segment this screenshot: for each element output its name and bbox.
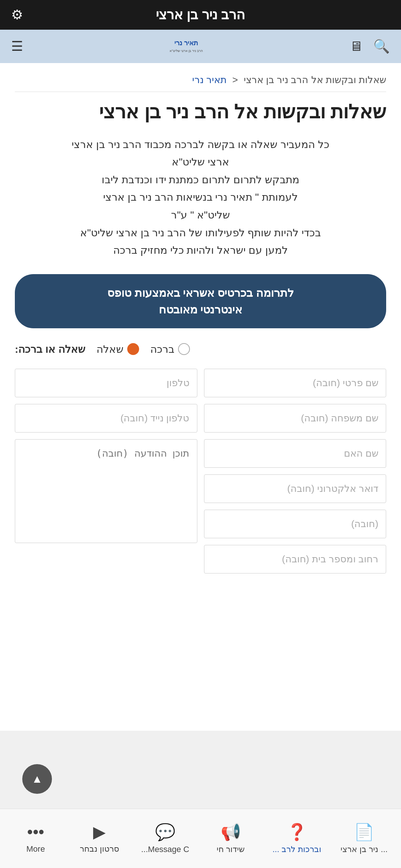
nav-left-icons: 🔍 🖥 bbox=[349, 39, 390, 54]
bottom-nav-live-label: שידור חי bbox=[217, 845, 245, 854]
nav-bar: 🔍 🖥 תאיר נרי הרב ניר בן ארצי שליט"א ☰ bbox=[0, 30, 401, 63]
bottom-nav-item-blessings[interactable]: ❓ וברכות לרב ... bbox=[272, 822, 321, 854]
bottom-nav-item-live[interactable]: 📢 שידור חי bbox=[208, 822, 253, 854]
bottom-nav-more-label: More bbox=[26, 844, 45, 854]
page-title: שאלות ובקשות אל הרב ניר בן ארצי bbox=[15, 99, 386, 125]
bottom-nav-video-label: סרטון נבחר bbox=[80, 844, 119, 854]
svg-text:תאיר נרי: תאיר נרי bbox=[174, 39, 198, 47]
phone-input[interactable] bbox=[15, 369, 197, 397]
nav-logo: תאיר נרי הרב ניר בן ארצי שליט"א bbox=[164, 37, 208, 56]
app-title: הרב ניר בן ארצי bbox=[156, 7, 245, 23]
first-name-input[interactable] bbox=[204, 369, 387, 397]
gear-icon[interactable]: ⚙ bbox=[11, 7, 23, 23]
radio-shaala-circle[interactable] bbox=[127, 343, 139, 355]
bottom-nav-more-icon: ••• bbox=[27, 823, 44, 841]
description-text: כל המעביר שאלה או בקשה לברכה מכבוד הרב נ… bbox=[15, 136, 386, 259]
street-number-input[interactable] bbox=[204, 545, 387, 573]
bottom-nav: 📄 ... ניר בן ארצי ❓ וברכות לרב ... 📢 שיד… bbox=[0, 809, 401, 868]
bottom-nav-message-label: Message C... bbox=[141, 845, 189, 854]
bottom-nav-blessings-icon: ❓ bbox=[287, 822, 307, 842]
bottom-nav-message-icon: 💬 bbox=[155, 822, 175, 842]
hamburger-icon[interactable]: ☰ bbox=[11, 39, 23, 54]
city-input[interactable] bbox=[204, 510, 387, 538]
form-grid bbox=[15, 369, 386, 573]
breadcrumb-separator: < bbox=[230, 74, 238, 85]
message-content-textarea[interactable] bbox=[15, 439, 197, 543]
breadcrumb-home[interactable]: תאיר נרי bbox=[192, 74, 227, 85]
bottom-nav-live-icon: 📢 bbox=[221, 822, 241, 842]
breadcrumb-current: שאלות ובקשות אל הרב ניר בן ארצי bbox=[244, 74, 386, 85]
bottom-nav-item-rabbi[interactable]: 📄 ... ניר בן ארצי bbox=[341, 822, 388, 854]
radio-shaala[interactable]: שאלה bbox=[96, 343, 139, 355]
search-icon[interactable]: 🔍 bbox=[373, 39, 390, 54]
donate-button[interactable]: לתרומה בכרטיס אשראי באמצעות טופס אינטרנט… bbox=[15, 274, 386, 328]
radio-group: ברכה שאלה שאלה או ברכה: bbox=[15, 343, 386, 355]
logo-svg: תאיר נרי הרב ניר בן ארצי שליט"א bbox=[164, 37, 208, 56]
bottom-nav-rabbi-label: ... ניר בן ארצי bbox=[341, 845, 388, 854]
last-name-input[interactable] bbox=[204, 404, 387, 433]
radio-bracha-label: ברכה bbox=[150, 343, 174, 355]
bottom-nav-item-video[interactable]: ▶ סרטון נבחר bbox=[77, 822, 122, 854]
bottom-nav-item-message[interactable]: 💬 Message C... bbox=[141, 822, 189, 854]
donate-button-line2: אינטרנטי מאובטח bbox=[159, 303, 242, 316]
mobile-phone-input[interactable] bbox=[15, 404, 197, 433]
bottom-nav-video-icon: ▶ bbox=[93, 822, 106, 841]
bottom-nav-item-more[interactable]: ••• More bbox=[13, 823, 58, 854]
scroll-top-button[interactable]: ▲ bbox=[22, 764, 52, 794]
breadcrumb: שאלות ובקשות אל הרב ניר בן ארצי < תאיר נ… bbox=[15, 74, 386, 92]
main-content: שאלות ובקשות אל הרב ניר בן ארצי < תאיר נ… bbox=[0, 63, 401, 731]
mother-name-input[interactable] bbox=[204, 439, 387, 468]
radio-bracha[interactable]: ברכה bbox=[150, 343, 190, 355]
email-input[interactable] bbox=[204, 474, 387, 503]
svg-text:הרב ניר בן ארצי שליט"א: הרב ניר בן ארצי שליט"א bbox=[170, 49, 203, 53]
bottom-nav-rabbi-icon: 📄 bbox=[354, 822, 374, 842]
top-bar: הרב ניר בן ארצי ⚙ bbox=[0, 0, 401, 30]
donate-button-line1: לתרומה בכרטיס אשראי באמצעות טופס bbox=[107, 287, 293, 299]
monitor-icon[interactable]: 🖥 bbox=[349, 39, 363, 54]
radio-shaala-label: שאלה bbox=[96, 343, 124, 355]
radio-bracha-circle[interactable] bbox=[178, 343, 190, 355]
scroll-top-icon: ▲ bbox=[32, 773, 43, 785]
bottom-nav-blessings-label: וברכות לרב ... bbox=[272, 845, 321, 854]
radio-group-label: שאלה או ברכה: bbox=[15, 343, 85, 355]
